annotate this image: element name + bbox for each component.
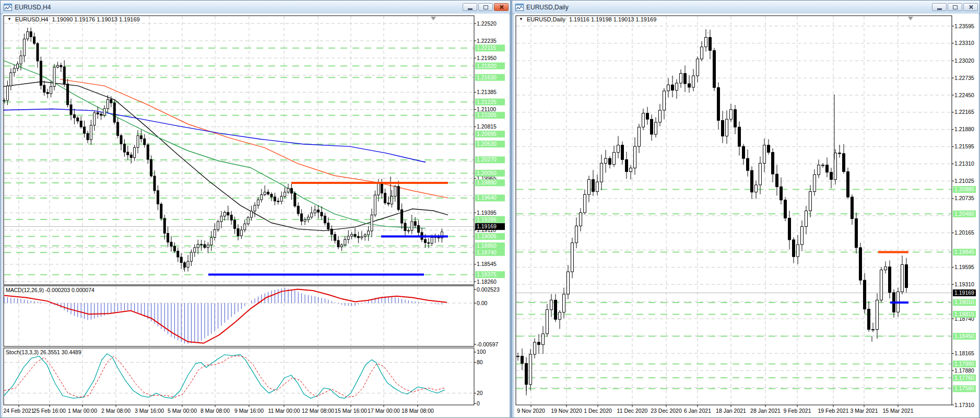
close-button[interactable]	[494, 3, 509, 11]
close-button[interactable]	[963, 3, 978, 11]
stoch-signal-line	[4, 356, 445, 398]
current-price-label: 1.19169	[954, 289, 974, 296]
quote-values: 1.19090 1.19176 1.19013 1.19169	[52, 16, 140, 22]
level-price-label: 1.21225	[477, 99, 497, 105]
level-price-label: 1.19005	[477, 233, 497, 239]
level-price-label: 1.19010	[954, 299, 974, 305]
quote-symbol: EURUSD,Daily	[527, 16, 565, 22]
level-price-label: 1.20695	[477, 131, 497, 137]
time-tick-label: 19 Nov 2020	[551, 408, 582, 414]
level-price-label: 1.17990	[954, 361, 974, 367]
level-price-label: 1.19845	[954, 249, 974, 255]
time-tick-label: 15 Mar 2021	[883, 408, 914, 414]
time-tick-label: 19 Feb 2021	[818, 408, 849, 414]
candles	[3, 28, 443, 272]
level-price-label: 1.20050	[477, 170, 497, 176]
level-price-label: 1.17760	[954, 375, 974, 381]
level-price-label: 1.18450	[954, 333, 974, 339]
eurusd-daily-canvas[interactable]: 1.235951.233101.230201.227351.224501.221…	[514, 14, 978, 417]
macd-signal-line	[4, 289, 447, 343]
price-tick-label: 1.22235	[477, 38, 497, 44]
time-tick-label: 9 Feb 2021	[783, 408, 811, 414]
price-tick-label: 1.17880	[954, 367, 974, 374]
level-price-label: 1.19890	[477, 179, 497, 185]
level-price-label: 1.18850	[477, 242, 497, 249]
level-price-label: 1.19640	[477, 194, 497, 201]
ohlc-quote-line: ▼ EURUSD,Daily 1.19116 1.19198 1.19013 1…	[519, 16, 656, 22]
time-tick-label: 15 Mar 16:00	[335, 408, 367, 414]
stoch-main-line	[4, 354, 445, 398]
level-price-label: 1.20885	[954, 186, 974, 192]
price-tick-label: 1.19595	[954, 264, 974, 270]
price-tick-label: 1.18260	[477, 278, 497, 285]
price-tick-label: 1.18165	[954, 350, 974, 356]
ohlc-quote-line: ▼ EURUSD,H4 1.19090 1.19176 1.19013 1.19…	[7, 16, 140, 22]
price-tick-label: 1.21385	[477, 89, 497, 95]
time-tick-label: 12 Mar 08:00	[302, 408, 334, 414]
symbol-dropdown-icon[interactable]: ▼	[7, 17, 11, 21]
level-price-label: 1.21820	[477, 63, 497, 69]
time-tick-label: 8 Mar 08:00	[200, 408, 230, 414]
chart-window-eurusd-h4[interactable]: EURUSD,H4 ▼ EURUSD,H4 1.19090 1.19176 1.…	[0, 0, 511, 418]
price-tick-label: 1.23595	[954, 23, 974, 29]
chart-shift-marker[interactable]	[431, 17, 436, 20]
time-tick-label: 5 Mar 00:00	[168, 408, 197, 414]
price-tick-label: 1.21025	[954, 178, 974, 184]
restore-button[interactable]	[478, 3, 493, 11]
chart-area-eurusd-daily[interactable]: ▼ EURUSD,Daily 1.19116 1.19198 1.19013 1…	[514, 14, 978, 417]
price-tick-label: 1.23020	[954, 57, 974, 64]
price-axis[interactable]: 1.235951.233101.230201.227351.224501.221…	[952, 23, 976, 408]
time-tick-label: 2 Mar 08:00	[101, 408, 131, 414]
titlebar-eurusd-h4[interactable]: EURUSD,H4	[1, 1, 510, 14]
indicator-axis-label: 0.002523	[477, 286, 500, 293]
price-tick-label: 1.21880	[954, 126, 974, 132]
grid	[516, 16, 951, 404]
time-tick-label: 9 Nov 2020	[517, 408, 545, 414]
price-tick-label: 1.23310	[954, 40, 974, 46]
indicator-axis-label: 20	[477, 390, 483, 396]
chart-window-eurusd-daily[interactable]: EURUSD,Daily ▼ EURUSD,Daily 1.19116 1.19…	[512, 0, 980, 418]
eurusd-h4-canvas[interactable]: MACD(12,26,9) -0.000203 0.0000740.002523…	[3, 14, 509, 417]
quote-values: 1.19116 1.19198 1.19013 1.19169	[569, 16, 656, 22]
main-panel-border	[4, 16, 474, 285]
time-axis[interactable]: 9 Nov 202019 Nov 20201 Dec 202011 Dec 20…	[517, 405, 913, 414]
stoch-label: Stoch(13,3,3) 26.3551 30.4489	[6, 349, 81, 355]
chart-area-eurusd-h4[interactable]: ▼ EURUSD,H4 1.19090 1.19176 1.19013 1.19…	[3, 14, 509, 417]
time-tick-label: 11 Dec 2020	[617, 408, 648, 414]
price-tick-label: 1.22520	[477, 20, 497, 27]
time-tick-label: 17 Mar 00:00	[368, 408, 400, 414]
stoch-panel-border	[4, 348, 474, 405]
time-axis[interactable]: 24 Feb 202125 Feb 16:001 Mar 00:002 Mar …	[4, 405, 434, 414]
chart-shift-marker[interactable]	[908, 17, 913, 20]
level-price-label: 1.21005	[477, 112, 497, 118]
main-panel-border	[516, 16, 952, 405]
level-price-label: 1.20530	[477, 141, 497, 147]
ma-orange	[60, 79, 448, 198]
indicator-axis-label: 0.00	[477, 300, 488, 306]
level-price-label: 1.18740	[477, 249, 497, 256]
level-price-label: 1.20270	[477, 156, 497, 162]
price-tick-label: 1.20165	[954, 229, 974, 236]
restore-icon	[953, 5, 958, 9]
minimize-button[interactable]	[932, 3, 947, 11]
time-tick-label: 9 Mar 16:00	[234, 408, 264, 414]
level-price-label: 1.20480	[954, 211, 974, 217]
time-tick-label: 25 Feb 16:00	[33, 408, 66, 414]
price-tick-label: 1.18545	[477, 261, 497, 267]
time-tick-label: 6 Jan 2021	[684, 408, 711, 414]
symbol-dropdown-icon[interactable]: ▼	[519, 17, 523, 21]
level-price-label: 1.18815	[954, 311, 974, 317]
current-price-label: 1.19169	[477, 223, 497, 229]
time-tick-label: 24 Feb 2021	[4, 408, 34, 414]
price-tick-label: 1.22165	[954, 109, 974, 115]
level-price-label: 1.21630	[477, 74, 497, 80]
titlebar-eurusd-daily[interactable]: EURUSD,Daily	[512, 1, 979, 14]
indicator-axis-label: 100	[477, 349, 486, 355]
time-tick-label: 3 Mar 16:00	[135, 408, 164, 414]
minimize-button[interactable]	[463, 3, 477, 11]
restore-button[interactable]	[948, 3, 962, 11]
level-price-label: 1.17580	[954, 385, 974, 391]
price-axis[interactable]: 1.225201.222351.219501.213851.211001.208…	[474, 20, 505, 285]
close-icon	[969, 5, 973, 9]
ma-black-slow	[3, 82, 448, 230]
